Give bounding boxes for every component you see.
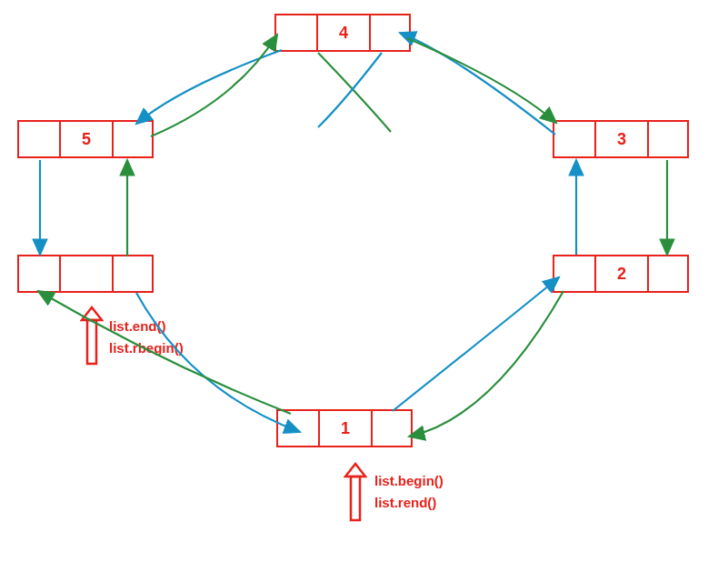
node-end-prev: [19, 256, 61, 291]
node-5-next: [114, 122, 152, 156]
node-2-next: [649, 256, 687, 291]
node-4: 4: [274, 14, 411, 52]
node-3: 3: [553, 120, 689, 158]
indicator-begin: [344, 462, 367, 527]
node-4-prev: [276, 15, 318, 50]
node-3-next: [649, 122, 687, 156]
node-5: 5: [17, 120, 154, 158]
indicator-end: [80, 306, 104, 371]
node-1-value: 1: [320, 411, 373, 446]
label-end: list.end(): [109, 318, 166, 334]
node-4-next: [371, 15, 409, 50]
node-1-next: [373, 411, 411, 446]
node-end: [17, 255, 154, 293]
label-begin: list.begin(): [374, 473, 444, 488]
node-2: 2: [553, 255, 689, 293]
node-1-prev: [278, 411, 320, 446]
label-rbegin: list.rbegin(): [109, 340, 184, 356]
node-5-value: 5: [61, 122, 114, 156]
svg-rect-1: [351, 477, 360, 520]
node-4-value: 4: [318, 15, 371, 50]
label-rend: list.rend(): [374, 495, 436, 510]
node-1: 1: [276, 409, 413, 447]
node-end-next: [114, 256, 152, 291]
node-3-prev: [554, 122, 596, 156]
node-5-prev: [19, 122, 61, 156]
node-2-prev: [554, 256, 596, 291]
node-2-value: 2: [596, 256, 649, 291]
svg-rect-0: [87, 320, 96, 364]
node-3-value: 3: [596, 122, 649, 156]
node-end-value: [61, 256, 114, 291]
